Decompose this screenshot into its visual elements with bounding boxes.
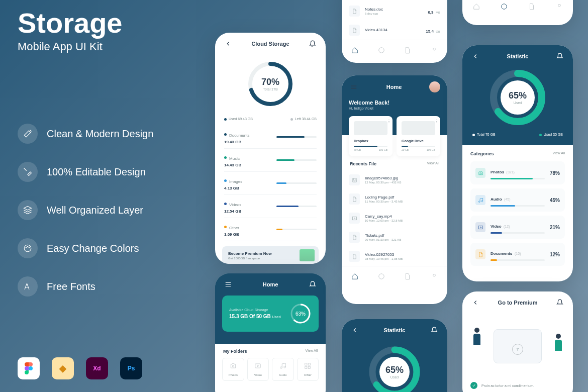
tab-files-icon[interactable] xyxy=(403,45,413,55)
tab-home-icon[interactable] xyxy=(350,45,360,55)
category-item[interactable]: Documents19.43 GB xyxy=(224,126,317,149)
bell-icon[interactable] xyxy=(555,298,565,308)
sketch-badge: ◆ xyxy=(52,357,74,379)
donut-percent: 70% xyxy=(261,77,279,87)
view-all-link[interactable]: View All xyxy=(553,151,565,156)
product-title: Storage xyxy=(18,9,193,37)
category-item[interactable]: Other1.09 GB xyxy=(224,218,317,241)
svg-point-1 xyxy=(26,247,27,248)
file-icon xyxy=(349,193,360,205)
tab-stats-icon[interactable] xyxy=(499,2,509,12)
svg-point-4 xyxy=(29,366,33,370)
menu-icon[interactable] xyxy=(349,82,359,92)
storage-summary-card[interactable]: Available Cloud Strorage 15.3 GB Of 50 G… xyxy=(222,296,319,332)
screen-title: Cloud Storage xyxy=(251,41,289,47)
svg-point-2 xyxy=(27,246,28,247)
palette-icon xyxy=(18,238,38,258)
tab-files-icon[interactable] xyxy=(403,271,413,281)
screen-title: Home xyxy=(386,84,402,90)
tab-stats-icon[interactable] xyxy=(376,45,386,55)
tab-profile-icon[interactable] xyxy=(429,45,439,55)
svg-point-28 xyxy=(478,201,480,202)
feature-item: 100% Editable Design xyxy=(18,162,193,182)
check-icon xyxy=(470,382,477,389)
folder-audio[interactable]: Audio xyxy=(272,358,294,381)
stat-category[interactable]: Photos (321) 78% xyxy=(470,161,565,184)
statistic-legend: Total 70 GB Used 30 GB xyxy=(470,128,565,136)
svg-rect-16 xyxy=(308,366,310,368)
cloud-card[interactable]: Google Drive 20 GB100 GB xyxy=(397,116,440,156)
view-all-link[interactable]: View All xyxy=(306,349,318,354)
screen-statistic-partial: Statistic 65% Used xyxy=(342,319,447,392)
folder-other[interactable]: Other xyxy=(297,358,319,381)
screen-files-partial-top: 4 day ago Notes.doc6 day ago 0,3 MB Vide… xyxy=(342,0,447,63)
usage-donut: 70% Total 1TB xyxy=(215,55,326,114)
folder-photos[interactable]: Photos xyxy=(222,358,244,381)
premium-card[interactable]: Become Premium Now Get 1000GB free space xyxy=(222,246,319,264)
back-icon[interactable] xyxy=(470,298,480,308)
tab-stats-icon[interactable] xyxy=(376,271,386,281)
back-icon[interactable] xyxy=(350,325,360,335)
stat-category[interactable]: Documents (10) 12% xyxy=(470,243,565,266)
feature-label: 100% Editable Design xyxy=(47,166,146,178)
category-item[interactable]: Music14.43 GB xyxy=(224,149,317,172)
category-item[interactable]: Images4.13 GB xyxy=(224,172,317,195)
svg-rect-13 xyxy=(305,363,307,365)
file-row[interactable]: Notes.doc6 day ago 0,3 MB xyxy=(342,2,447,21)
stat-category[interactable]: Video (12) 21% xyxy=(470,216,565,239)
bell-icon[interactable] xyxy=(308,39,318,49)
file-icon xyxy=(349,6,360,17)
category-list: Documents19.43 GB Music14.43 GB Images4.… xyxy=(215,126,326,241)
svg-point-24 xyxy=(558,4,560,7)
marketing-panel: Storage Mobile App UI Kit Clean & Modern… xyxy=(18,9,193,315)
folder-video[interactable]: Video xyxy=(247,358,269,381)
layers-icon xyxy=(18,200,38,220)
tab-files-icon[interactable] xyxy=(527,2,537,12)
svg-point-22 xyxy=(433,274,435,276)
cloud-card[interactable]: Dropbox 70 GB100 GB xyxy=(349,116,393,156)
tab-profile-icon[interactable] xyxy=(554,2,564,12)
tab-bar xyxy=(462,0,573,17)
tab-home-icon[interactable] xyxy=(350,271,360,281)
bell-icon[interactable] xyxy=(555,51,565,61)
bell-icon[interactable] xyxy=(308,279,318,289)
back-icon[interactable] xyxy=(223,39,233,49)
back-icon[interactable] xyxy=(470,51,480,61)
svg-point-21 xyxy=(379,274,384,279)
svg-point-18 xyxy=(433,48,435,50)
menu-icon[interactable] xyxy=(223,279,233,289)
stat-category[interactable]: Audio (45) 45% xyxy=(470,188,565,212)
premium-illustration xyxy=(300,249,315,261)
feature-label: Free Fonts xyxy=(47,281,95,292)
product-subtitle: Mobile App UI Kit xyxy=(18,40,193,53)
file-row[interactable]: Tickets.pdf09 May, 01:30 pm - 321 KB xyxy=(342,228,447,247)
tab-home-icon[interactable] xyxy=(471,2,481,12)
statistic-donut: 65% Used xyxy=(487,67,548,128)
screen-home-dark: Home Available Cloud Strorage 15.3 GB Of… xyxy=(215,273,326,392)
avatar[interactable] xyxy=(429,81,440,92)
screen-home-light: Home Welcome Back! Hi, Indigo Violet Dro… xyxy=(342,75,447,304)
screen-title: Statistic xyxy=(507,53,529,59)
tab-bar xyxy=(342,40,447,60)
svg-point-27 xyxy=(480,172,481,174)
file-row[interactable]: Carry_say.mp410 May, 12:00 pm - 32,8 MB xyxy=(342,209,447,228)
statistic-donut: 65% Used xyxy=(367,344,422,392)
bell-icon[interactable] xyxy=(429,325,439,335)
screen-statistic: Statistic 65% Used Total 70 GB Used 30 G… xyxy=(462,45,573,281)
file-row[interactable]: Video.43134 15,4 GB xyxy=(342,21,447,40)
svg-point-11 xyxy=(232,365,234,367)
file-icon xyxy=(349,213,360,224)
screen-premium-partial: Get 1000GB free space xyxy=(462,0,573,25)
svg-rect-30 xyxy=(478,226,482,229)
category-item[interactable]: Videos12.54 GB xyxy=(224,195,317,218)
welcome-text: Welcome Back! xyxy=(349,100,440,106)
file-row[interactable]: Loding Page.pdf11 May, 03:30 pm - 3,43 M… xyxy=(342,189,447,209)
font-icon xyxy=(18,276,38,297)
tab-profile-icon[interactable] xyxy=(429,271,439,281)
file-row[interactable]: Video.0292765308 May, 10:45 pm - 1,98 MB xyxy=(342,247,447,266)
donut-subtitle: Total 1TB xyxy=(261,87,279,91)
svg-point-3 xyxy=(29,247,30,248)
file-row[interactable]: Image9574663.jpg12 May, 03:30 pm - 432 K… xyxy=(342,170,447,189)
feature-label: Easy Change Colors xyxy=(47,243,139,254)
view-all-link[interactable]: View All xyxy=(427,161,439,166)
